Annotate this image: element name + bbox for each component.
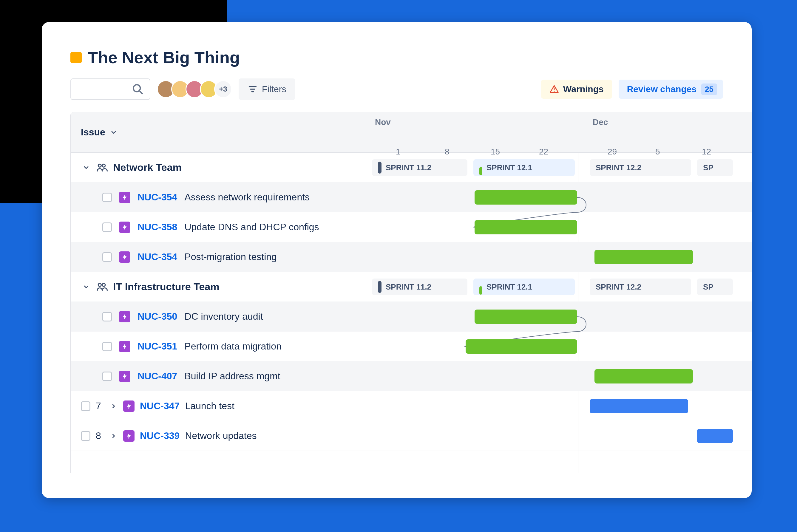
project-title: The Next Big Thing: [88, 48, 240, 67]
issue-row[interactable]: NUC-354 Post-migration testing: [71, 242, 363, 272]
sprint-chip[interactable]: SPRINT 11.2: [372, 159, 468, 176]
gantt-bar[interactable]: [697, 429, 733, 443]
timeline-header: NovDec 18152229512: [363, 112, 752, 153]
project-color-swatch: [70, 52, 82, 63]
sprint-label: SPRINT 12.1: [487, 163, 532, 172]
issue-row[interactable]: 8 NUC-339 Network updates: [71, 421, 363, 451]
row-order: 7: [96, 400, 104, 412]
sprint-handle-icon: [479, 286, 482, 294]
epic-icon: [119, 371, 130, 382]
sprint-chip[interactable]: SPRINT 12.2: [590, 279, 691, 295]
gantt-bar[interactable]: [594, 369, 693, 383]
search-input[interactable]: [70, 78, 150, 100]
chevron-right-icon[interactable]: [110, 402, 118, 410]
gantt-row: [363, 302, 752, 331]
checkbox[interactable]: [81, 401, 90, 411]
checkbox[interactable]: [102, 312, 112, 321]
issue-title: Build IP address mgmt: [184, 371, 280, 382]
sprint-handle-icon: [378, 162, 381, 174]
gantt-bar[interactable]: [594, 250, 693, 264]
gantt-bar[interactable]: [475, 309, 577, 324]
gantt-row: [363, 331, 752, 361]
epic-icon: [123, 400, 134, 412]
sprint-handle-icon: [378, 281, 381, 293]
epic-icon: [119, 251, 130, 263]
sprint-lane: SPRINT 11.2SPRINT 12.1SPRINT 12.2SP: [363, 272, 752, 302]
chevron-down-icon: [110, 129, 117, 136]
team-icon: [96, 281, 108, 293]
sprint-label: SPRINT 12.2: [596, 282, 641, 292]
epic-icon: [119, 192, 130, 203]
gantt-row: [363, 212, 752, 242]
issue-row[interactable]: NUC-350 DC inventory audit: [71, 302, 363, 331]
sprint-chip[interactable]: SPRINT 12.2: [590, 159, 691, 176]
sprint-chip[interactable]: SP: [697, 279, 733, 295]
sprint-label: SP: [703, 163, 714, 172]
issue-row[interactable]: NUC-407 Build IP address mgmt: [71, 361, 363, 391]
issue-title: Perform data migration: [184, 341, 281, 352]
issue-key[interactable]: NUC-351: [137, 341, 177, 352]
row-order: 8: [96, 430, 104, 441]
sprint-label: SPRINT 12.1: [487, 282, 532, 292]
sprint-lane: SPRINT 11.2SPRINT 12.1SPRINT 12.2SP: [363, 153, 752, 183]
checkbox[interactable]: [81, 431, 90, 441]
issue-row[interactable]: 7 NUC-347 Launch test: [71, 391, 363, 421]
svg-point-8: [102, 164, 105, 167]
filters-button[interactable]: Filters: [239, 78, 295, 100]
group-title: Network Team: [113, 162, 182, 173]
sprint-label: SPRINT 12.2: [596, 163, 641, 172]
gantt-row: [363, 242, 752, 272]
checkbox[interactable]: [102, 372, 112, 381]
issue-key[interactable]: NUC-350: [137, 311, 177, 322]
svg-line-1: [139, 91, 142, 94]
warning-icon: [549, 84, 559, 94]
sprint-chip[interactable]: SPRINT 12.1: [473, 279, 575, 295]
issue-row[interactable]: NUC-354 Assess network requirements: [71, 183, 363, 212]
group-row[interactable]: Network Team: [71, 153, 363, 183]
issue-key[interactable]: NUC-354: [137, 192, 177, 203]
gantt-bar[interactable]: [475, 190, 577, 205]
filters-label: Filters: [262, 84, 286, 94]
issue-row[interactable]: NUC-351 Perform data migration: [71, 331, 363, 361]
epic-icon: [119, 341, 130, 352]
svg-point-10: [102, 283, 105, 286]
column-header-issue[interactable]: Issue: [71, 112, 363, 153]
gantt-bar[interactable]: [466, 339, 577, 354]
sprint-label: SP: [703, 282, 714, 292]
svg-point-7: [98, 164, 101, 167]
sprint-chip[interactable]: SP: [697, 159, 733, 176]
sprint-chip[interactable]: SPRINT 12.1: [473, 159, 575, 176]
issue-key[interactable]: NUC-347: [140, 400, 179, 412]
checkbox[interactable]: [102, 223, 112, 232]
month-label: Dec: [593, 117, 608, 127]
checkbox[interactable]: [102, 342, 112, 351]
issue-title: Post-migration testing: [184, 251, 277, 262]
gantt-bar[interactable]: [475, 220, 577, 234]
issue-key[interactable]: NUC-407: [137, 371, 177, 382]
month-label: Nov: [375, 117, 391, 127]
epic-icon: [119, 222, 130, 233]
assignee-avatars[interactable]: +3: [157, 80, 232, 98]
review-count: 25: [701, 83, 717, 95]
issue-key[interactable]: NUC-358: [137, 222, 177, 233]
issue-title: Update DNS and DHCP configs: [184, 222, 319, 233]
chevron-right-icon[interactable]: [110, 432, 118, 440]
checkbox[interactable]: [102, 193, 112, 202]
epic-icon: [123, 430, 134, 442]
group-row[interactable]: IT Infrastructure Team: [71, 272, 363, 302]
team-icon: [96, 162, 108, 174]
chevron-down-icon[interactable]: [82, 164, 90, 172]
gantt-bar[interactable]: [590, 399, 688, 413]
issue-key[interactable]: NUC-354: [137, 251, 177, 262]
review-changes-button[interactable]: Review changes 25: [619, 80, 723, 99]
svg-point-9: [98, 283, 101, 286]
chevron-down-icon[interactable]: [82, 283, 90, 291]
issue-row[interactable]: NUC-358 Update DNS and DHCP configs: [71, 212, 363, 242]
sprint-chip[interactable]: SPRINT 11.2: [372, 279, 468, 295]
issue-key[interactable]: NUC-339: [140, 430, 179, 441]
avatar-more[interactable]: +3: [214, 80, 232, 98]
svg-point-6: [554, 91, 554, 92]
group-title: IT Infrastructure Team: [113, 281, 219, 292]
checkbox[interactable]: [102, 252, 112, 262]
warnings-button[interactable]: Warnings: [541, 80, 612, 99]
